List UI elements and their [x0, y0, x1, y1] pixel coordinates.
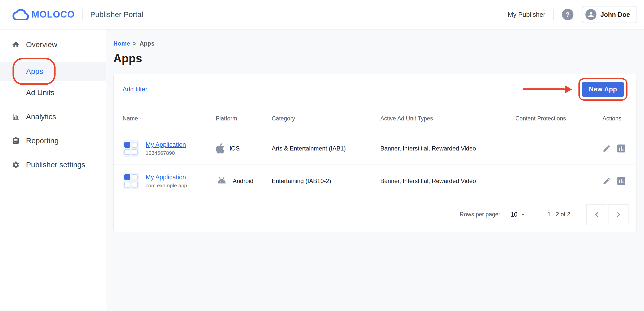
- avatar-icon: [585, 9, 596, 20]
- top-header: MOLOCO Publisher Portal My Publisher ? J…: [0, 0, 644, 30]
- moloco-logo[interactable]: MOLOCO: [13, 9, 75, 20]
- ad-unit-types-cell: Banner, Interstitial, Rewarded Video: [380, 145, 515, 152]
- new-app-button[interactable]: New App: [582, 82, 624, 97]
- main-content: Home > Apps Apps Add filter New App: [106, 30, 644, 310]
- page-title: Apps: [113, 52, 637, 65]
- column-header-name: Name: [123, 115, 216, 122]
- sidebar-item-label: Overview: [26, 40, 57, 49]
- publisher-selector[interactable]: My Publisher: [508, 11, 545, 19]
- pagination-range: 1 - 2 of 2: [547, 211, 570, 218]
- column-header-ad-unit-types: Active Ad Unit Types: [380, 115, 515, 122]
- ad-unit-types-cell: Banner, Interstitial, Rewarded Video: [380, 178, 515, 185]
- apps-card: Add filter New App Name Platform Categor…: [113, 74, 637, 232]
- table-header: Name Platform Category Active Ad Unit Ty…: [114, 105, 636, 132]
- app-id: com.example.app: [146, 183, 187, 189]
- sidebar-item-label: Reporting: [26, 136, 59, 145]
- app-thumbnail-icon: [123, 173, 139, 189]
- table-row: My Application 1234567890 iOS Arts & Ent…: [114, 132, 636, 165]
- user-menu[interactable]: John Doe: [582, 6, 637, 23]
- sidebar-item-analytics[interactable]: Analytics: [0, 105, 106, 129]
- breadcrumb-separator: >: [133, 40, 137, 47]
- header-divider: [553, 9, 554, 20]
- category-cell: Arts & Entertainment (IAB1): [272, 145, 380, 152]
- column-header-actions: Actions: [602, 115, 627, 122]
- gear-icon: [12, 161, 20, 169]
- clipboard-icon: [12, 137, 20, 145]
- help-icon[interactable]: ?: [562, 9, 573, 20]
- add-filter-link[interactable]: Add filter: [123, 86, 147, 93]
- annotation-arrow: [523, 85, 572, 93]
- next-page-button[interactable]: [608, 204, 629, 225]
- brand-name: MOLOCO: [32, 9, 75, 20]
- android-icon: [216, 177, 228, 185]
- chevron-right-icon: [615, 211, 622, 218]
- apple-icon: [216, 142, 225, 154]
- sidebar-item-overview[interactable]: Overview: [0, 33, 106, 57]
- caret-down-icon: [520, 212, 526, 218]
- app-analytics-icon[interactable]: [616, 143, 626, 154]
- pagination-bar: Rows per page: 10 1 - 2 of 2: [114, 197, 636, 232]
- sidebar-item-label: Publisher settings: [26, 161, 85, 169]
- rows-per-page-select[interactable]: 10: [510, 211, 526, 218]
- sidebar-item-label: Apps: [26, 67, 43, 76]
- platform-label: Android: [233, 178, 253, 185]
- breadcrumb-home[interactable]: Home: [113, 40, 130, 47]
- platform-label: iOS: [230, 145, 240, 152]
- rows-per-page-label: Rows per page:: [460, 211, 500, 218]
- sidebar: Overview Apps Ad Units Analytics Reporti…: [0, 30, 106, 310]
- column-header-category: Category: [272, 115, 380, 122]
- column-header-platform: Platform: [216, 115, 272, 122]
- app-name-link[interactable]: My Application: [146, 174, 187, 181]
- card-toolbar: Add filter New App: [114, 74, 636, 105]
- header-divider: [82, 9, 83, 20]
- app-id: 1234567890: [146, 150, 186, 156]
- previous-page-button[interactable]: [586, 204, 607, 225]
- app-thumbnail-icon: [123, 140, 139, 157]
- column-header-content-protections: Content Protections: [515, 115, 602, 122]
- edit-pencil-icon[interactable]: [602, 144, 611, 153]
- annotation-highlight-new-app: New App: [578, 78, 627, 101]
- cloud-logo-icon: [13, 9, 29, 20]
- home-icon: [12, 41, 20, 49]
- sidebar-item-reporting[interactable]: Reporting: [0, 129, 106, 153]
- sidebar-item-label: Ad Units: [26, 88, 54, 97]
- user-name: John Doe: [600, 11, 630, 19]
- breadcrumb: Home > Apps: [113, 40, 637, 47]
- sidebar-item-ad-units[interactable]: Ad Units: [0, 81, 106, 105]
- rows-per-page-value: 10: [510, 211, 517, 218]
- edit-pencil-icon[interactable]: [602, 177, 611, 185]
- app-name-link[interactable]: My Application: [146, 141, 186, 148]
- table-row: My Application com.example.app Android E…: [114, 165, 636, 197]
- category-cell: Entertaining (IAB10-2): [272, 178, 380, 185]
- breadcrumb-current: Apps: [140, 40, 155, 47]
- bar-chart-icon: [12, 113, 20, 121]
- chevron-left-icon: [593, 211, 600, 218]
- sidebar-item-apps[interactable]: Apps: [0, 62, 106, 81]
- product-title: Publisher Portal: [90, 10, 143, 19]
- sidebar-item-publisher-settings[interactable]: Publisher settings: [0, 153, 106, 177]
- sidebar-item-label: Analytics: [26, 112, 56, 121]
- app-analytics-icon[interactable]: [616, 176, 626, 186]
